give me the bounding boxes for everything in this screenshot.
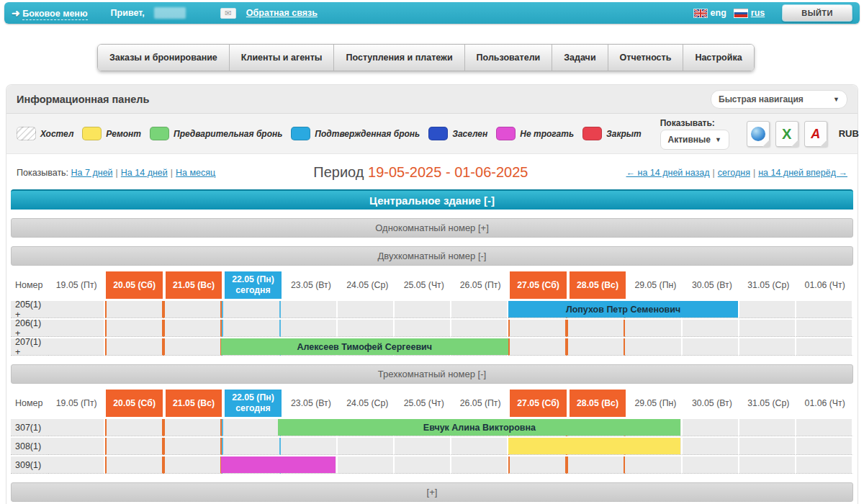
feedback-link[interactable]: Обратная связь [246,8,318,18]
day-cell[interactable] [48,438,105,455]
day-cell[interactable] [508,320,567,337]
excel-export-icon[interactable]: X [775,121,798,147]
nav-tab-3[interactable]: Пользователи [465,45,553,71]
nav-tab-0[interactable]: Заказы и бронирование [98,45,230,71]
day-cell[interactable] [395,456,451,474]
day-cell[interactable] [222,419,280,436]
day-cell[interactable] [683,456,739,474]
period-back-link[interactable]: ← на 14 дней назад [626,168,710,178]
day-cell[interactable] [739,301,796,318]
nav-tab-5[interactable]: Отчетность [608,45,684,71]
day-cell[interactable] [625,456,682,474]
room-label[interactable]: 207(1) + [11,338,48,356]
room-label[interactable]: 205(1) + [11,301,48,318]
day-cell[interactable] [281,438,338,455]
day-cell[interactable] [105,456,163,474]
booking-bar[interactable]: Лопухов Петр Семенович [508,301,738,318]
day-cell[interactable] [796,419,853,436]
day-cell[interactable] [796,438,853,455]
day-cell[interactable] [395,320,451,337]
day-cell[interactable] [163,419,222,436]
day-cell[interactable] [739,438,796,455]
day-cell[interactable] [395,438,451,455]
day-cell[interactable] [338,301,395,318]
day-cell[interactable] [451,301,508,318]
day-cell[interactable] [163,338,222,356]
day-cell[interactable] [338,320,395,337]
quick-nav-select[interactable]: Быстрая навигация ▼ [711,90,847,109]
day-cell[interactable] [683,438,739,455]
day-cell[interactable] [163,320,222,337]
day-cell[interactable] [796,338,853,356]
day-cell[interactable] [567,338,625,356]
lang-rus[interactable]: rus [734,8,765,18]
booking-bar[interactable]: Алексеев Тимофей Сергеевич [221,338,508,355]
nav-tab-6[interactable]: Настройка [683,45,753,71]
period-today-link[interactable]: сегодня [718,168,750,178]
day-cell[interactable] [105,419,163,436]
day-cell[interactable] [163,456,222,474]
day-cell[interactable] [48,301,105,318]
building-header[interactable]: Центральное здание [-] [11,189,853,210]
day-cell[interactable] [222,320,280,337]
day-cell[interactable] [683,338,739,356]
day-cell[interactable] [48,456,105,474]
day-cell[interactable] [796,456,853,474]
room-label[interactable]: 206(1) + [11,320,48,337]
logout-button[interactable]: выйти [782,4,852,22]
day-cell[interactable] [625,320,682,337]
lang-eng[interactable]: eng [693,8,726,18]
day-cell[interactable] [567,320,625,337]
day-cell[interactable] [105,438,163,455]
day-cell[interactable] [739,419,796,436]
day-cell[interactable] [338,456,395,474]
room-type-bar[interactable]: Двухкомнатный номер [-] [11,246,853,266]
day-cell[interactable] [163,301,222,318]
day-cell[interactable] [683,320,739,337]
day-cell[interactable] [508,456,567,474]
day-cell[interactable] [48,419,105,436]
day-cell[interactable] [48,320,105,337]
calendar-sections: Однокомнатный номер [+]Двухкомнатный ном… [6,218,858,502]
active-filter-select[interactable]: Активные ▼ [660,130,729,150]
nav-tab-4[interactable]: Задачи [552,45,608,71]
day-cell[interactable] [163,438,222,455]
day-cell[interactable] [683,419,739,436]
day-cell[interactable] [451,438,508,455]
day-cell[interactable] [105,320,163,337]
day-cell[interactable] [451,320,508,337]
range-month-link[interactable]: На месяц [176,168,215,178]
side-menu-link[interactable]: ➜ Боковое меню [12,8,88,19]
range-7-days-link[interactable]: На 7 дней [71,168,113,178]
web-export-icon[interactable] [747,121,770,147]
day-cell[interactable] [395,301,451,318]
booking-bar[interactable] [221,456,336,473]
day-cell[interactable] [796,320,853,337]
period-forward-link[interactable]: на 14 дней вперёд → [758,168,847,178]
day-cell[interactable] [338,438,395,455]
nav-tab-2[interactable]: Поступления и платежи [334,45,464,71]
day-cell[interactable] [739,338,796,356]
day-cell[interactable] [625,338,682,356]
day-cell[interactable] [105,338,163,356]
room-type-bar[interactable]: Трехкомнатный номер [-] [11,364,853,384]
day-cell[interactable] [281,320,338,337]
range-14-days-link[interactable]: На 14 дней [121,168,168,178]
pdf-export-icon[interactable]: A [804,121,827,147]
booking-bar[interactable]: Евчук Алина Викторовна [278,419,680,436]
day-cell[interactable] [796,301,853,318]
day-cell[interactable] [105,301,163,318]
day-cell[interactable] [281,301,338,318]
nav-tab-1[interactable]: Клиенты и агенты [230,45,335,71]
room-type-bar[interactable]: Однокомнатный номер [+] [11,218,853,238]
booking-bar[interactable] [508,438,681,454]
room-type-bar[interactable]: [+] [11,482,853,502]
day-cell[interactable] [739,320,796,337]
day-cell[interactable] [739,456,796,474]
day-cell[interactable] [222,438,280,455]
day-cell[interactable] [222,301,280,318]
day-cell[interactable] [48,338,105,356]
day-cell[interactable] [451,456,508,474]
day-cell[interactable] [508,338,567,356]
day-cell[interactable] [567,456,625,474]
